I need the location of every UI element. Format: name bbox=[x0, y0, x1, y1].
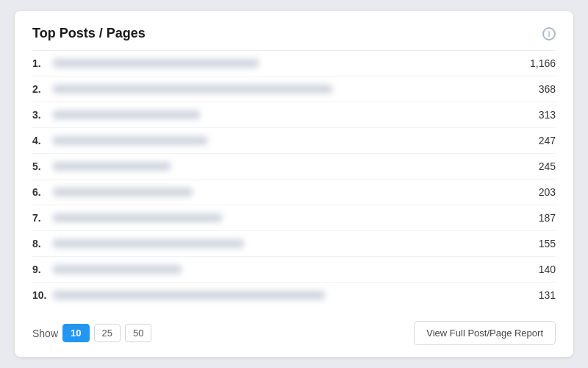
post-count: 368 bbox=[526, 83, 556, 95]
post-title-blurred bbox=[53, 188, 193, 197]
post-count: 245 bbox=[526, 160, 556, 172]
show-25-button[interactable]: 25 bbox=[94, 324, 121, 342]
table-row: 7.187 bbox=[32, 205, 556, 231]
post-title-blurred bbox=[53, 265, 182, 274]
posts-list: 1.1,1662.3683.3134.2475.2456.2037.1878.1… bbox=[32, 51, 556, 308]
card-header: Top Posts / Pages i bbox=[32, 26, 556, 41]
card-title: Top Posts / Pages bbox=[32, 26, 146, 41]
post-title-blurred bbox=[53, 85, 332, 93]
post-number: 1. bbox=[32, 57, 49, 69]
table-row: 10.131 bbox=[32, 283, 556, 308]
post-count: 1,166 bbox=[526, 57, 556, 69]
post-number: 4. bbox=[32, 135, 49, 146]
show-label: Show bbox=[32, 328, 58, 339]
post-title-blurred bbox=[53, 291, 325, 300]
post-number: 10. bbox=[32, 289, 49, 301]
view-report-button[interactable]: View Full Post/Page Report bbox=[414, 321, 556, 345]
post-number: 5. bbox=[32, 160, 49, 172]
table-row: 2.368 bbox=[32, 77, 556, 102]
post-title-blurred bbox=[53, 110, 200, 119]
card-footer: Show 10 25 50 View Full Post/Page Report bbox=[32, 318, 556, 345]
table-row: 5.245 bbox=[32, 154, 556, 180]
info-icon[interactable]: i bbox=[542, 27, 556, 40]
post-number: 2. bbox=[32, 83, 49, 95]
post-count: 313 bbox=[526, 109, 556, 121]
post-title-blurred bbox=[53, 136, 207, 145]
table-row: 4.247 bbox=[32, 128, 556, 154]
post-count: 203 bbox=[526, 186, 556, 198]
show-10-button[interactable]: 10 bbox=[62, 324, 89, 342]
show-50-button[interactable]: 50 bbox=[125, 324, 151, 342]
table-row: 8.155 bbox=[32, 231, 556, 257]
post-number: 3. bbox=[32, 109, 49, 121]
post-count: 187 bbox=[526, 212, 556, 224]
post-number: 7. bbox=[32, 212, 49, 224]
post-number: 6. bbox=[32, 186, 49, 198]
show-section: Show 10 25 50 bbox=[32, 324, 151, 342]
post-number: 8. bbox=[32, 238, 49, 250]
table-row: 9.140 bbox=[32, 257, 556, 283]
table-row: 3.313 bbox=[32, 102, 556, 128]
post-title-blurred bbox=[53, 239, 244, 248]
post-title-blurred bbox=[53, 162, 171, 171]
post-number: 9. bbox=[32, 263, 49, 275]
post-count: 131 bbox=[526, 289, 556, 301]
table-row: 1.1,166 bbox=[32, 51, 556, 77]
post-title-blurred bbox=[53, 213, 222, 222]
post-title-blurred bbox=[53, 59, 259, 68]
post-count: 247 bbox=[526, 135, 556, 146]
table-row: 6.203 bbox=[32, 180, 556, 205]
post-count: 140 bbox=[526, 263, 556, 275]
post-count: 155 bbox=[526, 238, 556, 250]
top-posts-card: Top Posts / Pages i 1.1,1662.3683.3134.2… bbox=[15, 11, 573, 357]
